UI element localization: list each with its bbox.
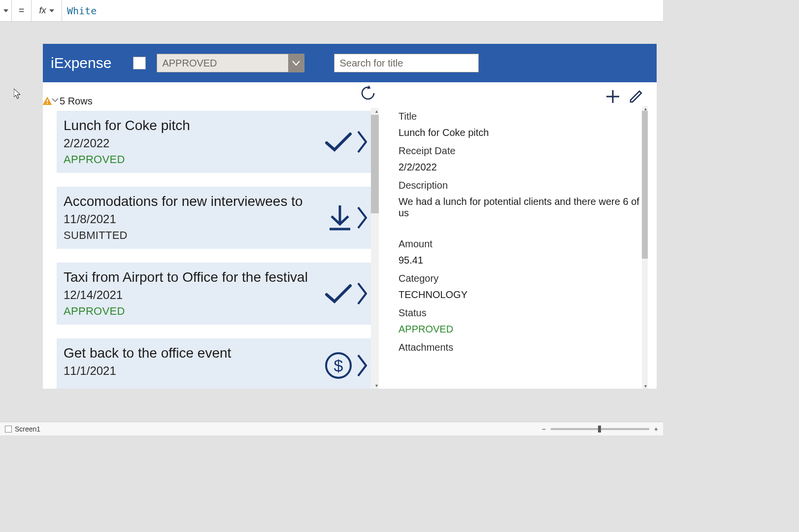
expense-list: Lunch for Coke pitch 2/2/2022 APPROVED A… xyxy=(43,108,371,389)
detail-label-description: Description xyxy=(399,180,648,191)
filter-checkbox[interactable] xyxy=(133,57,146,69)
fx-button[interactable]: fx xyxy=(32,0,62,21)
detail-label-title: Title xyxy=(399,111,648,122)
screen-checkbox[interactable] xyxy=(5,426,12,432)
svg-text:$: $ xyxy=(334,356,343,375)
detail-scroll: ▴ ▾ Title Lunch for Coke pitch Receipt D… xyxy=(399,106,648,389)
detail-label-category: Category xyxy=(399,273,648,284)
detail-value-description: We had a lunch for potential clients and… xyxy=(399,196,648,219)
list-item[interactable]: Lunch for Coke pitch 2/2/2022 APPROVED xyxy=(57,111,371,173)
status-bar: Screen1 − + xyxy=(0,422,663,435)
edit-icon[interactable] xyxy=(629,90,643,103)
svg-rect-1 xyxy=(47,103,48,104)
zoom-out-button[interactable]: − xyxy=(542,425,546,433)
refresh-icon[interactable] xyxy=(360,85,376,101)
item-title: Lunch for Coke pitch xyxy=(64,118,364,133)
zoom-in-button[interactable]: + xyxy=(654,425,658,433)
list-scroll: ▴ ▾ Lunch for Coke pitch 2/2/2022 APPROV… xyxy=(43,108,379,389)
detail-value-category: TECHNOLOGY xyxy=(399,289,648,300)
screen-name: Screen1 xyxy=(15,425,40,433)
item-status: APPROVED xyxy=(64,153,364,166)
detail-value-receipt-date: 2/2/2022 xyxy=(399,162,648,173)
detail-label-amount: Amount xyxy=(399,238,648,250)
scrollbar-thumb[interactable] xyxy=(642,111,648,259)
chevron-right-icon[interactable] xyxy=(357,282,367,305)
filter-select-button[interactable] xyxy=(288,54,304,72)
chevron-down-icon[interactable] xyxy=(52,98,59,102)
detail-value-amount: 95.41 xyxy=(399,255,648,266)
download-icon xyxy=(328,204,352,231)
item-icons xyxy=(328,204,367,231)
app-canvas[interactable]: iExpense APPROVED 5 xyxy=(43,44,657,389)
item-title: Accomodations for new interviewees to xyxy=(64,194,364,209)
equals-sign: = xyxy=(12,0,32,21)
detail-label-receipt-date: Receipt Date xyxy=(399,145,648,157)
scroll-down-icon[interactable]: ▾ xyxy=(375,383,378,388)
rows-count: 5 Rows xyxy=(60,96,93,107)
plus-icon[interactable] xyxy=(605,89,620,104)
chevron-down-icon xyxy=(49,9,54,12)
check-icon xyxy=(325,284,352,303)
item-icons xyxy=(325,282,367,305)
app-title: iExpense xyxy=(51,55,111,71)
chevron-down-icon xyxy=(3,9,8,12)
chevron-right-icon[interactable] xyxy=(357,131,367,153)
left-toolbar: 5 Rows xyxy=(43,82,379,108)
item-date: 11/8/2021 xyxy=(64,212,364,226)
item-title: Taxi from Airport to Office for the fest… xyxy=(64,269,364,285)
check-icon xyxy=(325,132,352,152)
scroll-down-icon[interactable]: ▾ xyxy=(644,383,647,389)
detail-value-title: Lunch for Coke pitch xyxy=(399,127,648,138)
detail-label-attachments: Attachments xyxy=(399,342,648,353)
zoom-slider[interactable] xyxy=(551,428,649,430)
item-status: APPROVED xyxy=(64,305,364,318)
detail-value-status: APPROVED xyxy=(399,324,648,335)
right-pane: ▴ ▾ Title Lunch for Coke pitch Receipt D… xyxy=(379,82,657,389)
list-item[interactable]: Accomodations for new interviewees to 11… xyxy=(57,187,371,249)
right-toolbar xyxy=(379,87,657,106)
filter-select[interactable]: APPROVED xyxy=(157,54,304,72)
chevron-down-icon xyxy=(292,61,300,66)
scroll-up-icon[interactable]: ▴ xyxy=(375,108,378,114)
list-item[interactable]: Get back to the office event 11/1/2021 $ xyxy=(57,338,371,389)
item-date: 11/1/2021 xyxy=(64,364,364,378)
detail-label-status: Status xyxy=(399,307,648,319)
search-input[interactable] xyxy=(334,54,479,72)
app-body: 5 Rows ▴ ▾ Lunch for Coke pitch xyxy=(43,82,657,389)
zoom-thumb[interactable] xyxy=(598,426,601,432)
item-title: Get back to the office event xyxy=(64,345,364,361)
list-item[interactable]: Taxi from Airport to Office for the fest… xyxy=(57,263,371,325)
dollar-icon: $ xyxy=(325,352,352,379)
cursor-icon xyxy=(14,89,22,100)
canvas-wrap: iExpense APPROVED 5 xyxy=(0,22,663,421)
property-dropdown[interactable] xyxy=(0,0,12,21)
app-header: iExpense APPROVED xyxy=(43,44,657,82)
warning-icon xyxy=(43,97,52,105)
svg-rect-0 xyxy=(47,100,48,102)
item-date: 12/14/2021 xyxy=(64,288,364,302)
formula-input[interactable]: White xyxy=(62,5,663,17)
scrollbar-thumb[interactable] xyxy=(371,115,379,213)
left-pane: 5 Rows ▴ ▾ Lunch for Coke pitch xyxy=(43,82,379,389)
chevron-right-icon[interactable] xyxy=(357,354,367,377)
item-date: 2/2/2022 xyxy=(64,136,364,150)
item-icons xyxy=(325,131,367,153)
formula-bar: = fx White xyxy=(0,0,663,22)
item-status: SUBMITTED xyxy=(64,229,364,242)
filter-select-value: APPROVED xyxy=(157,58,288,69)
chevron-right-icon[interactable] xyxy=(357,206,367,229)
item-icons: $ xyxy=(325,352,367,379)
fx-label: fx xyxy=(39,5,46,16)
